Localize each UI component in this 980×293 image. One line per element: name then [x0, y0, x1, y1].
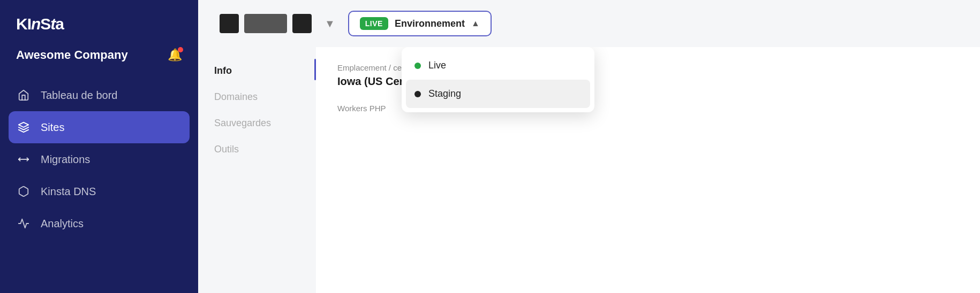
analytics-icon — [16, 216, 31, 231]
company-name: Awesome Company — [16, 48, 128, 62]
sidebar-item-kinsta-dns[interactable]: Kinsta DNS — [0, 175, 198, 207]
live-dot-icon — [414, 63, 421, 69]
chevron-up-icon: ▲ — [471, 19, 480, 28]
favicon-block-2 — [292, 14, 312, 33]
environment-selector[interactable]: LIVE Environnement ▲ — [348, 11, 492, 36]
sidebar-item-sites[interactable]: Sites — [9, 111, 190, 143]
notification-dot — [178, 47, 183, 52]
logo-area: KInSta — [0, 0, 198, 43]
kinsta-logo: KInSta — [16, 15, 182, 33]
sidebar-item-label: Kinsta DNS — [41, 186, 96, 198]
site-favicon-area — [220, 14, 312, 33]
migration-icon — [16, 152, 31, 167]
sub-nav-item-sauvegardes[interactable]: Sauvegardes — [198, 110, 316, 136]
sidebar: KInSta Awesome Company 🔔 Tableau de bord — [0, 0, 198, 293]
dns-icon — [16, 184, 31, 199]
workers-group: Workers PHP — [337, 104, 386, 113]
sidebar-item-migrations[interactable]: Migrations — [0, 143, 198, 175]
sub-nav: Info Domaines Sauvegardes Outils — [198, 47, 316, 293]
sidebar-item-label: Sites — [41, 121, 64, 134]
sidebar-item-analytics[interactable]: Analytics — [0, 207, 198, 240]
sub-nav-item-domaines[interactable]: Domaines — [198, 84, 316, 110]
company-area: Awesome Company 🔔 — [0, 43, 198, 74]
svg-marker-0 — [19, 122, 28, 127]
info-panel: Emplacement / centre de données Iowa (US… — [316, 47, 980, 293]
workers-label: Workers PHP — [337, 104, 386, 113]
sidebar-item-label: Tableau de bord — [41, 89, 117, 102]
dropdown-live-label: Live — [428, 60, 446, 71]
live-badge: LIVE — [360, 17, 388, 30]
dropdown-item-live[interactable]: Live — [402, 51, 594, 80]
sidebar-item-label: Migrations — [41, 153, 90, 166]
dropdown-item-staging[interactable]: Staging — [406, 80, 590, 108]
top-bar: ▼ LIVE Environnement ▲ — [198, 0, 980, 47]
sidebar-item-label: Analytics — [41, 218, 84, 230]
sidebar-nav: Tableau de bord Sites Migrations — [0, 74, 198, 293]
site-chevron-down[interactable]: ▼ — [322, 16, 337, 32]
home-icon — [16, 88, 31, 103]
favicon-block-1 — [220, 14, 239, 33]
environment-dropdown: Live Staging — [402, 47, 594, 112]
sidebar-item-tableau-de-bord[interactable]: Tableau de bord — [0, 79, 198, 111]
notifications-bell[interactable]: 🔔 — [168, 48, 182, 62]
favicon-block-wide — [244, 14, 287, 33]
sub-nav-item-info[interactable]: Info — [198, 58, 316, 84]
content-area: Info Domaines Sauvegardes Outils Emplace… — [198, 47, 980, 293]
main-content: ▼ LIVE Environnement ▲ Info Domaines Sau… — [198, 0, 980, 293]
env-label: Environnement — [395, 18, 465, 29]
dropdown-staging-label: Staging — [428, 88, 461, 99]
sub-nav-item-outils[interactable]: Outils — [198, 136, 316, 163]
staging-dot-icon — [414, 91, 421, 97]
layers-icon — [16, 120, 31, 135]
